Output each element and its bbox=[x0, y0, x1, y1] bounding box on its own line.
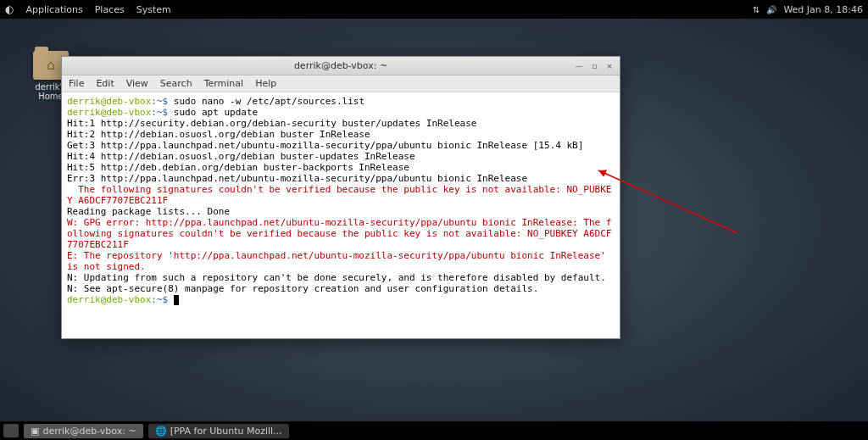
output-line: Get:3 http://ppa.launchpad.net/ubuntu-mo… bbox=[67, 140, 583, 151]
tray-volume-icon[interactable]: 🔊 bbox=[766, 5, 776, 14]
top-panel: ◐ Applications Places System ⇅ 🔊 Wed Jan… bbox=[0, 0, 868, 19]
cursor-icon bbox=[174, 295, 179, 305]
terminal-icon: ▣ bbox=[31, 426, 39, 437]
menu-applications[interactable]: Applications bbox=[25, 4, 82, 15]
terminal-output[interactable]: derrik@deb-vbox:~$ sudo nano -w /etc/apt… bbox=[62, 92, 620, 338]
output-line: Err:3 http://ppa.launchpad.net/ubuntu-mo… bbox=[67, 173, 527, 184]
taskbar-item-terminal[interactable]: ▣ derrik@deb-vbox: ~ bbox=[24, 424, 143, 438]
menu-places[interactable]: Places bbox=[95, 4, 125, 15]
output-error-line: E: The repository 'http://ppa.launchpad.… bbox=[67, 250, 611, 272]
output-line: Hit:2 http://debian.osuosl.org/debian bu… bbox=[67, 129, 370, 140]
prompt-user: derrik@deb-vbox bbox=[67, 96, 151, 107]
menu-system[interactable]: System bbox=[136, 4, 171, 15]
window-title: derrik@deb-vbox: ~ bbox=[294, 60, 387, 71]
taskbar-item-browser[interactable]: 🌐 [PPA for Ubuntu Mozill... bbox=[148, 424, 289, 438]
output-line: Hit:1 http://security.debian.org/debian-… bbox=[67, 118, 476, 129]
show-desktop-button[interactable] bbox=[3, 424, 19, 437]
gnome-logo-icon: ◐ bbox=[5, 3, 14, 15]
window-titlebar[interactable]: derrik@deb-vbox: ~ — ▫ × bbox=[62, 57, 620, 75]
minimize-button[interactable]: — bbox=[572, 60, 586, 72]
menu-search[interactable]: Search bbox=[160, 78, 192, 89]
maximize-button[interactable]: ▫ bbox=[587, 60, 601, 72]
task-label: derrik@deb-vbox: ~ bbox=[42, 426, 136, 437]
output-warning-line: W: GPG error: http://ppa.launchpad.net/u… bbox=[67, 217, 611, 250]
prompt-user: derrik@deb-vbox bbox=[67, 107, 151, 118]
tray-network-icon[interactable]: ⇅ bbox=[753, 5, 760, 14]
menu-terminal[interactable]: Terminal bbox=[204, 78, 244, 89]
menu-edit[interactable]: Edit bbox=[96, 78, 114, 89]
output-line: Reading package lists... Done bbox=[67, 206, 230, 217]
globe-icon: 🌐 bbox=[155, 426, 167, 437]
prompt-path: :~$ bbox=[151, 107, 168, 118]
command-1: sudo nano -w /etc/apt/sources.list bbox=[168, 96, 364, 107]
output-line: N: See apt-secure(8) manpage for reposit… bbox=[67, 283, 538, 294]
command-2: sudo apt update bbox=[168, 107, 258, 118]
output-line: N: Updating from such a repository can't… bbox=[67, 272, 606, 283]
bottom-panel: ▣ derrik@deb-vbox: ~ 🌐 [PPA for Ubuntu M… bbox=[0, 421, 868, 440]
menu-view[interactable]: View bbox=[126, 78, 148, 89]
output-error-line: The following signatures couldn't be ver… bbox=[67, 184, 611, 206]
prompt-path: :~$ bbox=[151, 96, 168, 107]
menu-help[interactable]: Help bbox=[255, 78, 276, 89]
task-label: [PPA for Ubuntu Mozill... bbox=[170, 426, 282, 437]
prompt-user: derrik@deb-vbox bbox=[67, 294, 151, 305]
close-button[interactable]: × bbox=[603, 60, 616, 72]
terminal-window: derrik@deb-vbox: ~ — ▫ × File Edit View … bbox=[61, 56, 620, 339]
output-line: Hit:4 http://debian.osuosl.org/debian bu… bbox=[67, 151, 415, 162]
clock[interactable]: Wed Jan 8, 18:46 bbox=[783, 4, 863, 15]
output-line: Hit:5 http://deb.debian.org/debian buste… bbox=[67, 162, 409, 173]
terminal-menubar: File Edit View Search Terminal Help bbox=[62, 75, 620, 92]
prompt-path: :~$ bbox=[151, 294, 168, 305]
menu-file[interactable]: File bbox=[69, 78, 84, 89]
